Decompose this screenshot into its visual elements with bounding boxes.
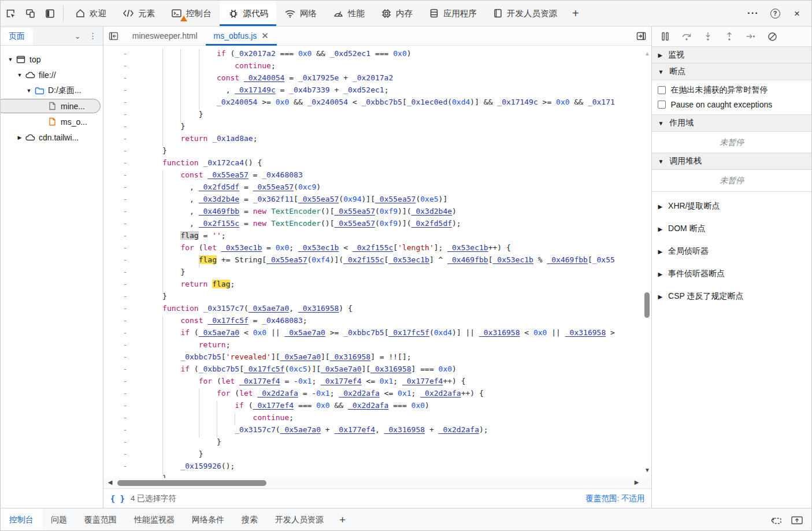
gutter-marker[interactable]: -: [121, 339, 130, 351]
chevron-down-icon[interactable]: ⌄: [71, 32, 84, 40]
rotate-device-icon[interactable]: [770, 515, 783, 525]
tree-item-folder[interactable]: ▼ D:/桌面...: [1, 83, 103, 98]
checkbox-uncaught[interactable]: [658, 86, 666, 94]
code-line[interactable]: - return _0x1ad8ae;: [103, 132, 652, 144]
code-line[interactable]: - }: [103, 120, 652, 132]
code-line[interactable]: - for (let _0x53ec1b = 0x0; _0x53ec1b < …: [103, 242, 652, 254]
code-line[interactable]: - if (_0x177ef4 === 0x0 && _0x2d2afa ===…: [103, 399, 652, 411]
coverage-link[interactable]: 覆盖范围: 不适用: [585, 493, 644, 504]
gutter-marker[interactable]: -: [121, 363, 130, 375]
tree-item-file-protocol[interactable]: ▼ file://: [1, 67, 103, 83]
code-line[interactable]: - , _0x2fd5df = _0x55ea57(0xc9): [103, 181, 652, 193]
gutter-marker[interactable]: -: [121, 436, 130, 448]
gutter-marker[interactable]: -: [121, 472, 130, 478]
section-callstack[interactable]: ▼ 调用堆栈: [652, 153, 811, 170]
code-line[interactable]: - }: [103, 266, 652, 278]
code-line[interactable]: - return flag;: [103, 278, 652, 290]
activity-bar-icon[interactable]: [40, 1, 60, 26]
gutter-marker[interactable]: -: [121, 424, 130, 436]
gutter-marker[interactable]: -: [121, 411, 130, 424]
code-line[interactable]: - flag = '';: [103, 229, 652, 242]
step-out-icon[interactable]: [724, 31, 735, 42]
code-line[interactable]: - }: [103, 436, 652, 448]
gutter-marker[interactable]: -: [121, 169, 130, 181]
step-over-icon[interactable]: [681, 31, 692, 42]
scroll-down-icon[interactable]: ▼: [643, 467, 651, 473]
gutter-marker[interactable]: -: [121, 460, 130, 472]
deactivate-breakpoints-icon[interactable]: [767, 31, 777, 42]
gutter-marker[interactable]: -: [121, 84, 130, 96]
section-event-listener-breakpoints[interactable]: ▶ 事件侦听器断点: [652, 262, 811, 285]
horizontal-scrollbar[interactable]: ◀ ▶: [103, 478, 652, 488]
expand-arrow-icon[interactable]: ▼: [16, 72, 24, 78]
drawer-tab-issues[interactable]: 问题: [42, 508, 76, 531]
section-dom-breakpoints[interactable]: ▶ DOM 断点: [652, 217, 811, 240]
gutter-marker[interactable]: -: [121, 217, 130, 229]
code-line[interactable]: - if (_0x5ae7a0 < 0x0 || _0x5ae7a0 >= _0…: [103, 326, 652, 339]
drawer-tab-coverage[interactable]: 覆盖范围: [76, 508, 125, 531]
more-tools-button[interactable]: +: [565, 1, 586, 26]
scroll-right-icon[interactable]: ▶: [635, 479, 639, 485]
pause-caught-row[interactable]: Pause on caught exceptions: [658, 100, 806, 109]
tab-welcome[interactable]: 欢迎: [67, 1, 114, 26]
code-line[interactable]: - }: [103, 472, 652, 478]
add-drawer-tab-button[interactable]: +: [332, 508, 353, 531]
gutter-marker[interactable]: -: [121, 254, 130, 266]
gutter-marker[interactable]: -: [121, 375, 130, 387]
drawer-tab-dev-resources[interactable]: 开发人员资源: [266, 508, 332, 531]
more-options-icon[interactable]: ···: [743, 1, 763, 26]
section-global-listeners[interactable]: ▶ 全局侦听器: [652, 240, 811, 263]
code-line[interactable]: - , _0x3d2b4e = _0x362f11[_0x55ea57(0x94…: [103, 193, 652, 205]
gutter-marker[interactable]: -: [121, 302, 130, 314]
format-braces-icon[interactable]: { }: [110, 494, 125, 503]
tree-item-minesweeper[interactable]: mine...: [1, 98, 103, 114]
tab-elements[interactable]: 元素: [114, 1, 163, 26]
code-line[interactable]: - _0xbbc7b5['revealed'][_0x5ae7a0][_0x31…: [103, 351, 652, 363]
tab-memory[interactable]: 内存: [373, 1, 421, 26]
code-line[interactable]: - function _0x172ca4() {: [103, 157, 652, 169]
tree-item-top[interactable]: ▼ top: [1, 51, 103, 67]
section-xhr-breakpoints[interactable]: ▶ XHR/提取断点: [652, 195, 811, 218]
code-line[interactable]: - _0x159926();: [103, 460, 652, 472]
code-line[interactable]: - continue;: [103, 60, 652, 72]
section-watch[interactable]: ▶ 监视: [652, 46, 811, 64]
tab-page[interactable]: 页面: [1, 28, 33, 45]
scroll-up-icon[interactable]: ▲: [643, 50, 651, 57]
tab-console[interactable]: 控制台: [163, 1, 220, 26]
close-devtools-icon[interactable]: ×: [787, 1, 807, 26]
expand-panel-icon[interactable]: [791, 515, 803, 525]
code-line[interactable]: - const _0x55ea57 = _0x468083: [103, 169, 652, 181]
gutter-marker[interactable]: -: [121, 326, 130, 339]
gutter-marker[interactable]: -: [121, 205, 130, 217]
gutter-marker[interactable]: -: [121, 290, 130, 302]
drawer-tab-performance-monitor[interactable]: 性能监视器: [125, 508, 183, 531]
gutter-marker[interactable]: -: [121, 47, 130, 60]
code-line[interactable]: - continue;: [103, 411, 652, 424]
editor-tab-ms-obfus[interactable]: ms_obfus.js ✕: [206, 27, 277, 45]
expand-arrow-icon[interactable]: ▼: [6, 57, 14, 62]
vertical-scroll-thumb[interactable]: [644, 292, 650, 318]
help-icon[interactable]: ?: [765, 1, 785, 26]
pause-script-icon[interactable]: [660, 31, 670, 42]
tab-application[interactable]: 应用程序: [421, 1, 485, 26]
code-line[interactable]: - , _0x17149c = _0x4b7339 + _0xd52ec1;: [103, 84, 652, 96]
checkbox-caught[interactable]: [658, 101, 666, 109]
horizontal-scroll-thumb[interactable]: [117, 480, 266, 486]
tab-sources[interactable]: 源代码: [220, 1, 277, 26]
code-line[interactable]: - , _0x469fbb = new TextEncoder()[_0x55e…: [103, 205, 652, 217]
gutter-marker[interactable]: -: [121, 72, 130, 84]
code-line[interactable]: - _0x240054 >= 0x0 && _0x240054 < _0xbbc…: [103, 96, 652, 108]
expand-arrow-icon[interactable]: ▼: [25, 88, 33, 94]
step-icon[interactable]: [746, 31, 756, 42]
panel-open-right-icon[interactable]: [631, 27, 651, 45]
kebab-menu-icon[interactable]: ⋮: [86, 31, 101, 40]
code-viewport[interactable]: - if (_0x2017a2 === 0x0 && _0xd52ec1 ===…: [103, 46, 652, 478]
code-line[interactable]: - }: [103, 290, 652, 302]
step-into-icon[interactable]: [703, 31, 713, 42]
section-breakpoints[interactable]: ▼ 断点: [652, 63, 811, 80]
code-line[interactable]: - }: [103, 144, 652, 157]
gutter-marker[interactable]: -: [121, 387, 130, 399]
code-line[interactable]: - const _0x17fc5f = _0x468083;: [103, 314, 652, 326]
gutter-marker[interactable]: -: [121, 144, 130, 157]
gutter-marker[interactable]: -: [121, 108, 130, 120]
